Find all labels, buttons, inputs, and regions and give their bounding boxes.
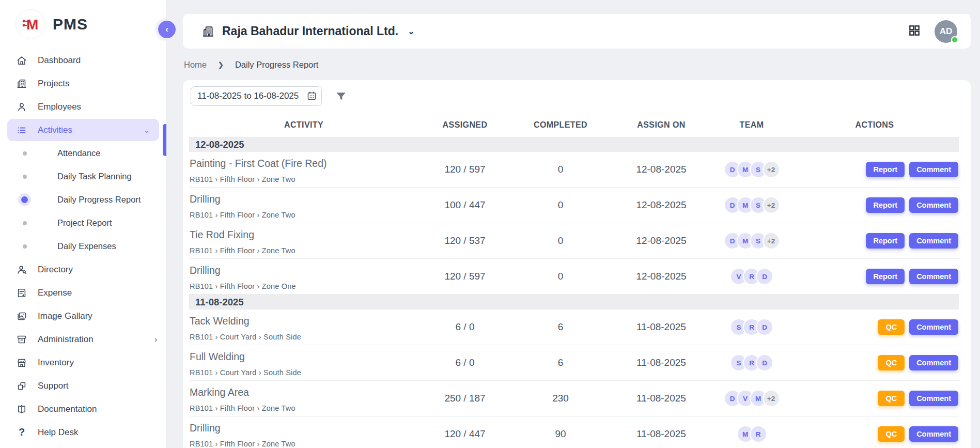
report-button[interactable]: Report [866, 197, 905, 213]
svg-text:M: M [26, 17, 38, 33]
sidebar-subitem-attendance[interactable]: Attendance [0, 142, 166, 165]
team-avatars: M R [713, 425, 790, 443]
company-name: Raja Bahadur International Ltd. [222, 24, 398, 38]
breadcrumb-home[interactable]: Home [184, 60, 207, 70]
user-avatar[interactable]: AD [935, 20, 957, 43]
sidebar-item-image-gallary[interactable]: Image Gallary [0, 304, 166, 328]
assigned-value: 250 / 187 [418, 393, 511, 404]
team-avatar[interactable]: R [750, 425, 767, 443]
team-avatar-overflow[interactable]: +2 [763, 232, 780, 250]
team-avatar[interactable]: D [756, 268, 773, 285]
sidebar-subitem-daily-expenses[interactable]: Daily Expenses [0, 235, 166, 258]
bullet-icon-active [21, 196, 28, 203]
chevron-right-icon: ❯ [218, 61, 224, 69]
calendar-icon[interactable] [306, 90, 317, 103]
receipt-icon [16, 287, 27, 299]
image-gallery-icon [16, 311, 27, 322]
qc-button[interactable]: QC [878, 391, 905, 406]
completed-value: 0 [511, 235, 610, 246]
assigned-value: 120 / 447 [418, 428, 511, 440]
sidebar-collapse-button[interactable]: ‹ [158, 21, 176, 38]
sidebar-item-directory[interactable]: Directory [0, 258, 166, 281]
building-icon [16, 78, 27, 89]
sidebar-item-inventory[interactable]: Inventory [0, 351, 166, 374]
completed-value: 0 [511, 164, 610, 175]
company-selector[interactable]: Raja Bahadur International Ltd. ⌄ [201, 24, 415, 38]
report-button[interactable]: Report [866, 162, 905, 177]
open-book-icon [16, 404, 27, 415]
app-name: PMS [53, 16, 88, 33]
sidebar-item-documentation[interactable]: Documentation [0, 397, 166, 421]
comment-button[interactable]: Comment [909, 391, 958, 406]
building-icon [201, 25, 215, 38]
sidebar-subitem-label: Daily Task Planning [57, 172, 132, 181]
comment-button[interactable]: Comment [909, 355, 958, 370]
sidebar-item-label: Expense [38, 288, 72, 298]
sidebar-item-dashboard[interactable]: Dashboard [0, 49, 166, 72]
comment-button[interactable]: Comment [909, 197, 958, 213]
team-avatar-overflow[interactable]: +2 [763, 161, 780, 178]
sidebar-item-activities[interactable]: Activities ⌄ [7, 119, 159, 141]
assigned-value: 6 / 0 [418, 357, 511, 368]
sidebar-subitem-label: Daily Progress Report [57, 195, 141, 205]
sidebar-item-label: Image Gallary [38, 311, 92, 321]
assign-on-date: 12-08-2025 [610, 235, 713, 246]
actions-cell: QC Comment [790, 426, 959, 442]
report-button[interactable]: Report [866, 233, 905, 249]
activity-location-path: RB101 › Fifth Floor › Zone Two [190, 440, 418, 448]
column-header-assigned: ASSIGNED [418, 120, 511, 130]
sidebar-subitem-daily-task-planning[interactable]: Daily Task Planning [0, 165, 166, 188]
report-button[interactable]: Report [866, 269, 905, 284]
bullet-icon [23, 151, 27, 156]
sidebar-item-help-desk[interactable]: ? Help Desk [0, 421, 166, 444]
comment-button[interactable]: Comment [909, 162, 958, 177]
sidebar-item-employees[interactable]: Employees [0, 95, 166, 118]
table-row: Marking Area RB101 › Fifth Floor › Zone … [189, 381, 959, 416]
sidebar-item-administration[interactable]: Administration › [0, 328, 166, 351]
team-avatars: D V M +2 [713, 390, 790, 407]
assign-on-date: 12-08-2025 [610, 271, 713, 282]
group-date: 11-08-2025 [195, 297, 244, 308]
table-row: Full Welding RB101 › Court Yard › South … [189, 345, 959, 381]
assign-on-date: 12-08-2025 [610, 199, 713, 211]
date-range-input[interactable] [191, 86, 322, 106]
team-avatar-overflow[interactable]: +2 [763, 390, 780, 407]
table-row: Tie Rod Fixing RB101 › Fifth Floor › Zon… [189, 223, 959, 259]
activity-cell: Marking Area RB101 › Fifth Floor › Zone … [189, 381, 418, 416]
team-avatar[interactable]: D [756, 318, 773, 336]
comment-button[interactable]: Comment [909, 426, 958, 442]
chevron-down-icon: ⌄ [408, 26, 414, 36]
sidebar-item-projects[interactable]: Projects [0, 72, 166, 95]
storefront-icon [16, 357, 27, 368]
daily-progress-report-panel: ACTIVITY ASSIGNED COMPLETED ASSIGN ON TE… [183, 80, 971, 448]
breadcrumb: Home ❯ Daily Progress Report [184, 60, 318, 70]
apps-grid-button[interactable] [908, 24, 921, 39]
team-avatars: S R D [713, 318, 790, 336]
qc-button[interactable]: QC [878, 426, 905, 442]
actions-cell: QC Comment [790, 391, 959, 406]
sidebar-subitem-project-report[interactable]: Project Report [0, 211, 166, 235]
app-logo: M PMS [0, 0, 166, 44]
column-header-completed: COMPLETED [511, 120, 610, 130]
comment-button[interactable]: Comment [909, 233, 958, 249]
comment-button[interactable]: Comment [909, 269, 958, 284]
user-icon [16, 101, 27, 113]
bullet-icon [23, 175, 27, 179]
qc-button[interactable]: QC [878, 355, 905, 370]
activity-cell: Drilling RB101 › Fifth Floor › Zone Two [189, 188, 418, 223]
filter-funnel-button[interactable] [335, 90, 347, 102]
sidebar-subitem-daily-progress-report[interactable]: Daily Progress Report [0, 188, 166, 211]
activity-cell: Drilling RB101 › Fifth Floor › Zone One [189, 259, 418, 294]
team-avatar-overflow[interactable]: +2 [763, 196, 780, 214]
sidebar-item-expense[interactable]: Expense [0, 281, 166, 304]
team-avatars: D M S +2 [713, 161, 790, 178]
list-icon [16, 125, 27, 136]
comment-button[interactable]: Comment [909, 319, 958, 335]
sidebar-item-label: Directory [38, 265, 73, 275]
sidebar-item-support[interactable]: Support [0, 374, 166, 397]
archive-box-icon [16, 334, 27, 345]
qc-button[interactable]: QC [878, 319, 905, 335]
team-avatar[interactable]: D [756, 354, 773, 372]
activity-name: Tie Rod Fixing [190, 229, 418, 241]
sidebar-item-label: Inventory [38, 358, 74, 368]
